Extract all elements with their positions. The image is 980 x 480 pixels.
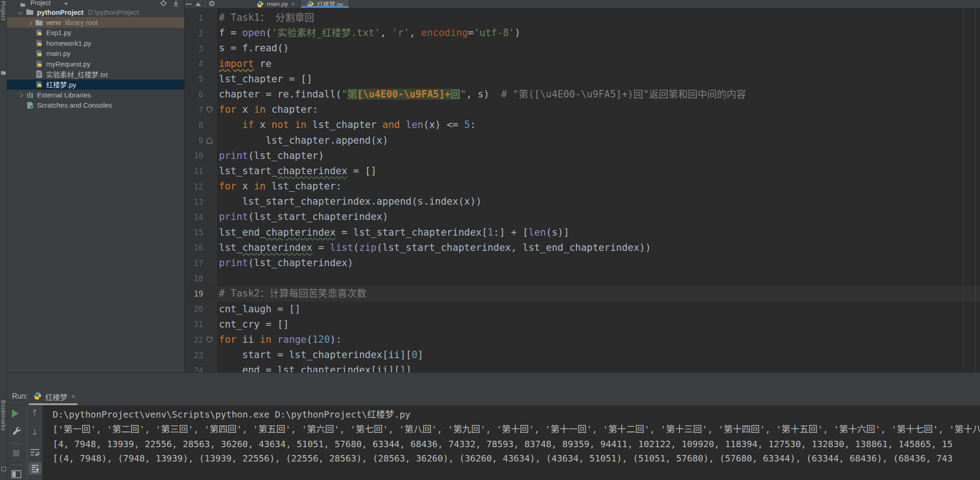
editor-line[interactable]: 14print(lst_start_chapterindex) (185, 209, 980, 225)
chevron-down-icon[interactable] (64, 3, 68, 5)
fold-marker[interactable] (203, 137, 216, 144)
run-tab-label: 红楼梦 (45, 391, 67, 402)
line-number[interactable]: 4 (185, 59, 203, 68)
editor-line[interactable]: 9 lst_chapter.append(x) (185, 133, 980, 148)
editor-line[interactable]: 22for ii in range(120): (185, 332, 980, 347)
close-icon[interactable]: × (71, 393, 75, 401)
line-number[interactable]: 21 (185, 320, 203, 329)
editor-line[interactable]: 15lst_end_chapterindex = lst_start_chapt… (185, 225, 980, 240)
editor-tab-label: main.py (267, 0, 288, 7)
line-number[interactable]: 19 (185, 289, 203, 298)
fold-end-icon[interactable] (206, 137, 212, 144)
editor-line[interactable]: 11lst_start_chapterindex = [] (185, 164, 980, 179)
line-number[interactable]: 15 (185, 228, 203, 237)
editor-line[interactable]: 24 end = lst_chapterindex[ii][1] (185, 363, 980, 372)
editor-line[interactable]: 3s = f.read() (185, 41, 980, 56)
editor-tab[interactable]: main.py× (251, 0, 301, 8)
scroll-up-icon[interactable] (195, 2, 201, 6)
line-number[interactable]: 13 (185, 197, 203, 207)
editor-line[interactable]: 1# Task1： 分割章回 (185, 10, 980, 25)
editor-tab[interactable]: 红楼梦.py (301, 0, 349, 8)
editor-line[interactable]: 19# Task2：计算每回苦笑悲喜次数 (185, 286, 980, 301)
tree-item[interactable]: 红楼梦.py (6, 79, 184, 90)
python-icon (35, 39, 43, 47)
tree-item[interactable]: homework1.py (6, 38, 184, 48)
up-arrow-icon[interactable]: ↑ (31, 407, 38, 418)
editor-line[interactable]: 6chapter = re.findall("第[\u4E00-\u9FA5]+… (185, 87, 980, 102)
down-arrow-icon[interactable]: ↓ (31, 427, 38, 437)
tree-item[interactable]: pythonProjectD:\pythonProject (6, 7, 184, 17)
line-number[interactable]: 9 (185, 136, 203, 145)
line-number[interactable]: 12 (185, 182, 203, 191)
project-panel-title[interactable]: Project (30, 0, 51, 6)
editor-line[interactable]: 16lst_chapterindex = list(zip(lst_start_… (185, 240, 980, 255)
bookmarks-stripe-button[interactable]: Bookmarks (0, 400, 6, 431)
editor-line[interactable]: 18 (185, 271, 980, 286)
line-number[interactable]: 3 (185, 44, 203, 53)
soft-wrap-icon[interactable] (30, 448, 40, 457)
fold-start-icon[interactable] (206, 107, 212, 113)
run-label: Run: (12, 392, 28, 401)
code-text: lst_start_chapterindex = [] (216, 164, 376, 179)
editor-line[interactable]: 12for x in lst_chapter: (185, 179, 980, 194)
left-tool-stripe: Project Bookmarks (0, 0, 7, 480)
editor-line[interactable]: 8 if x not in lst_chapter and len(x) <= … (185, 117, 980, 133)
editor-line[interactable]: 21cnt_cry = [] (185, 317, 980, 332)
line-number[interactable]: 24 (185, 366, 203, 372)
editor-line[interactable]: 5lst_chapter = [] (185, 72, 980, 87)
editor-line[interactable]: 23 start = lst_chapterindex[ii][0] (185, 347, 980, 363)
tree-item[interactable]: venvlibrary root (6, 17, 184, 27)
tree-item[interactable]: myRequest.py (6, 59, 184, 69)
tree-item[interactable]: main.py (6, 49, 184, 59)
editor-line[interactable]: 10print(lst_chapter) (185, 148, 980, 164)
line-number[interactable]: 23 (185, 351, 203, 360)
gear-icon[interactable] (209, 0, 215, 8)
stop-button[interactable] (13, 450, 19, 456)
hide-icon[interactable] (186, 4, 192, 5)
line-number[interactable]: 18 (185, 274, 203, 283)
tree-item[interactable]: 实验素材_红楼梦.txt (6, 69, 184, 79)
project-stripe-button[interactable]: Project (0, 1, 6, 20)
fold-marker[interactable] (203, 337, 216, 343)
fold-start-icon[interactable] (206, 337, 212, 343)
editor-line[interactable]: 2f = open('实验素材_红楼梦.txt', 'r', encoding=… (185, 25, 980, 41)
tree-item[interactable]: External Libraries (6, 90, 184, 100)
line-number[interactable]: 2 (185, 29, 203, 38)
editor-line[interactable]: 20cnt_laugh = [] (185, 302, 980, 317)
fold-marker[interactable] (203, 107, 216, 113)
editor-line[interactable]: 13 lst_start_chapterindex.append(s.index… (185, 194, 980, 209)
run-tab[interactable]: 红楼梦 × (33, 391, 75, 402)
line-number[interactable]: 10 (185, 151, 203, 160)
tree-item-label: Scratches and Consoles (37, 101, 112, 109)
line-number[interactable]: 11 (185, 166, 203, 176)
editor-line[interactable]: 4import re (185, 56, 980, 72)
line-number[interactable]: 6 (185, 90, 203, 99)
line-number[interactable]: 14 (185, 213, 203, 222)
tree-item-suffix: D:\pythonProject (88, 8, 139, 16)
tabstrip-controls (186, 0, 215, 8)
editor-line[interactable]: 17print(lst_chapterindex) (185, 255, 980, 271)
tree-item[interactable]: Exp1.py (6, 28, 184, 38)
stripe-bottom-icon[interactable] (1, 467, 6, 471)
chevron-down-icon[interactable] (16, 7, 26, 17)
run-console-output[interactable]: D:\pythonProject\venv\Scripts\python.exe… (42, 406, 980, 480)
line-number[interactable]: 5 (185, 74, 203, 84)
line-number[interactable]: 8 (185, 121, 203, 130)
line-number[interactable]: 22 (185, 335, 203, 345)
rerun-button[interactable] (12, 409, 18, 418)
line-number[interactable]: 20 (185, 304, 203, 314)
layout-icon[interactable] (12, 470, 21, 478)
tree-item[interactable]: Scratches and Consoles (6, 100, 184, 110)
line-number[interactable]: 7 (185, 105, 203, 115)
scroll-to-end-icon[interactable] (29, 462, 42, 475)
line-number[interactable]: 1 (185, 13, 203, 23)
chevron-right-icon[interactable] (16, 90, 26, 100)
chevron-right-icon[interactable] (25, 18, 35, 28)
line-number[interactable]: 16 (185, 243, 203, 252)
editor-line[interactable]: 7for x in chapter: (185, 102, 980, 117)
code-text: if x not in lst_chapter and len(x) <= 5: (216, 117, 476, 133)
line-number[interactable]: 17 (185, 259, 203, 268)
close-icon[interactable]: × (291, 1, 295, 7)
settings-wrench-icon[interactable] (12, 426, 21, 436)
code-editor[interactable]: 1# Task1： 分割章回2f = open('实验素材_红楼梦.txt', … (185, 8, 980, 372)
